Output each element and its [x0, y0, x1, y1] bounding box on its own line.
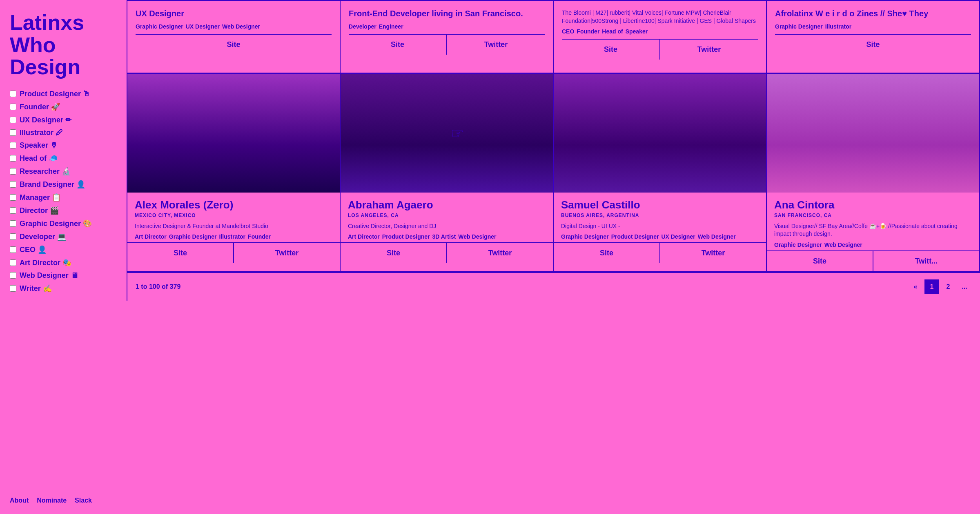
- person-description: Creative Director, Designer and DJ: [348, 222, 546, 230]
- card-btn-site[interactable]: Site: [127, 243, 234, 263]
- filter-checkbox-12[interactable]: [10, 246, 16, 253]
- card-buttons: SiteTwitter: [341, 242, 553, 263]
- filter-item-11[interactable]: Developer 💻: [10, 232, 117, 241]
- card-info: Abraham Agaero Los Angeles, CA Creative …: [341, 193, 553, 240]
- person-cards-row: Alex Morales (Zero) Mexico City, Mexico …: [127, 73, 980, 272]
- person-tag: UX Designer: [661, 233, 695, 240]
- card-bio: The Bloomi | M27| rubberit| Vital Voices…: [562, 9, 758, 25]
- card-buttons: SiteTwitter: [127, 242, 340, 263]
- card-btn-twitter[interactable]: Twitter: [447, 243, 553, 263]
- filter-label-9: Director 🎬: [20, 206, 59, 215]
- card-btn-site[interactable]: Site: [554, 243, 660, 263]
- filter-label-13: Art Director 🎭: [20, 258, 71, 267]
- card-tag: Illustrator: [825, 23, 852, 30]
- filter-item-2[interactable]: UX Designer ✏: [10, 115, 117, 124]
- filter-checkbox-4[interactable]: [10, 142, 16, 148]
- person-tag: Web Designer: [458, 233, 496, 240]
- filter-label-1: Founder 🚀: [20, 102, 60, 111]
- card-tag: Graphic Designer: [775, 23, 823, 30]
- person-card-samuel-castillo: Samuel Castillo Buenos Aires, Argentina …: [554, 73, 767, 272]
- person-tag: Web Designer: [824, 241, 862, 248]
- card-tags: DeveloperEngineer: [349, 23, 545, 30]
- filter-checkbox-2[interactable]: [10, 117, 16, 123]
- filter-checkbox-3[interactable]: [10, 129, 16, 136]
- card-tag: Graphic Designer: [136, 23, 183, 30]
- filter-label-11: Developer 💻: [20, 232, 66, 241]
- filter-label-8: Manager 📋: [20, 193, 61, 202]
- filter-checkbox-8[interactable]: [10, 194, 16, 201]
- pagination-count: 1 to 100 of 379: [136, 283, 180, 290]
- card-btn-twitter[interactable]: Twitter: [447, 35, 545, 55]
- filter-checkbox-5[interactable]: [10, 155, 16, 162]
- card-btn-twitter[interactable]: Twitter: [234, 243, 340, 263]
- pagination-pages: «12...: [908, 279, 972, 294]
- pagination-prev[interactable]: «: [908, 279, 923, 294]
- filter-item-4[interactable]: Speaker 🎙: [10, 141, 117, 150]
- filter-item-6[interactable]: Researcher 🔬: [10, 167, 117, 176]
- footer-link-nominate[interactable]: Nominate: [37, 497, 67, 504]
- filter-item-13[interactable]: Art Director 🎭: [10, 258, 117, 267]
- filter-checkbox-10[interactable]: [10, 220, 16, 227]
- person-tag: Founder: [248, 233, 271, 240]
- filter-item-14[interactable]: Web Designer 🖥: [10, 271, 117, 280]
- card-tag: Web Designer: [222, 23, 260, 30]
- card-btn-site[interactable]: Site: [341, 243, 447, 263]
- filter-item-12[interactable]: CEO 👤: [10, 245, 117, 254]
- card-btn-twitt[interactable]: Twitt...: [873, 251, 979, 271]
- card-buttons: SiteTwitter: [554, 242, 766, 263]
- filter-checkbox-15[interactable]: [10, 285, 16, 292]
- footer-link-about[interactable]: About: [10, 497, 29, 504]
- person-name: Abraham Agaero: [348, 199, 546, 211]
- filter-label-7: Brand Designer 👤: [20, 180, 85, 189]
- footer-link-slack[interactable]: Slack: [75, 497, 92, 504]
- person-tag: Illustrator: [219, 233, 246, 240]
- filter-checkbox-0[interactable]: [10, 91, 16, 97]
- filter-label-0: Product Designer 🖱: [20, 90, 90, 98]
- filter-item-1[interactable]: Founder 🚀: [10, 102, 117, 111]
- card-btn-site[interactable]: Site: [775, 35, 971, 55]
- filter-checkbox-13[interactable]: [10, 259, 16, 266]
- card-info: Samuel Castillo Buenos Aires, Argentina …: [554, 193, 766, 240]
- person-description: Interactive Designer & Founder at Mandel…: [135, 222, 332, 230]
- person-tag: Graphic Designer: [774, 241, 822, 248]
- card-btn-twitter[interactable]: Twitter: [660, 40, 758, 60]
- filter-item-8[interactable]: Manager 📋: [10, 193, 117, 202]
- filter-item-10[interactable]: Graphic Designer 🎨: [10, 219, 117, 228]
- filter-item-0[interactable]: Product Designer 🖱: [10, 90, 117, 98]
- pagination-page-...[interactable]: ...: [957, 279, 972, 294]
- person-name: Samuel Castillo: [561, 199, 759, 211]
- person-tag: Product Designer: [611, 233, 659, 240]
- person-tag: Art Director: [135, 233, 167, 240]
- filter-checkbox-14[interactable]: [10, 272, 16, 279]
- card-btn-site[interactable]: Site: [562, 40, 660, 60]
- card-btn-site[interactable]: Site: [136, 35, 332, 55]
- card-buttons: Site: [136, 34, 332, 55]
- filter-item-5[interactable]: Head of 🧢: [10, 154, 117, 163]
- filter-item-15[interactable]: Writer ✍: [10, 284, 117, 293]
- card-btn-twitter[interactable]: Twitter: [660, 243, 766, 263]
- card-tags: Graphic DesignerIllustrator: [775, 23, 971, 30]
- pagination-page-1[interactable]: 1: [924, 279, 939, 294]
- top-cards-row: UX DesignerGraphic DesignerUX DesignerWe…: [127, 0, 980, 73]
- person-card-ana-cintora: Ana Cintora San Francisco, CA Visual Des…: [767, 73, 980, 272]
- card-photo-samuel-castillo: [554, 74, 766, 193]
- card-photo-ana-cintora: [767, 74, 979, 193]
- filter-item-7[interactable]: Brand Designer 👤: [10, 180, 117, 189]
- card-btn-site[interactable]: Site: [767, 251, 873, 271]
- person-tag: Web Designer: [698, 233, 736, 240]
- card-btn-site[interactable]: Site: [349, 35, 447, 55]
- filter-checkbox-6[interactable]: [10, 168, 16, 175]
- person-location: San Francisco, CA: [774, 213, 972, 218]
- filter-item-9[interactable]: Director 🎬: [10, 206, 117, 215]
- filter-checkbox-11[interactable]: [10, 233, 16, 240]
- person-tag: Product Designer: [382, 233, 430, 240]
- filter-checkbox-7[interactable]: [10, 181, 16, 188]
- person-tags: Art DirectorGraphic DesignerIllustratorF…: [135, 233, 332, 240]
- filter-item-3[interactable]: Illustrator 🖊: [10, 128, 117, 137]
- filter-checkbox-1[interactable]: [10, 104, 16, 110]
- pagination-page-2[interactable]: 2: [941, 279, 956, 294]
- card-info: Ana Cintora San Francisco, CA Visual Des…: [767, 193, 979, 248]
- site-title: Latinxs Who Design: [10, 11, 117, 78]
- pagination-bar: 1 to 100 of 379 «12...: [127, 272, 980, 301]
- filter-checkbox-9[interactable]: [10, 207, 16, 214]
